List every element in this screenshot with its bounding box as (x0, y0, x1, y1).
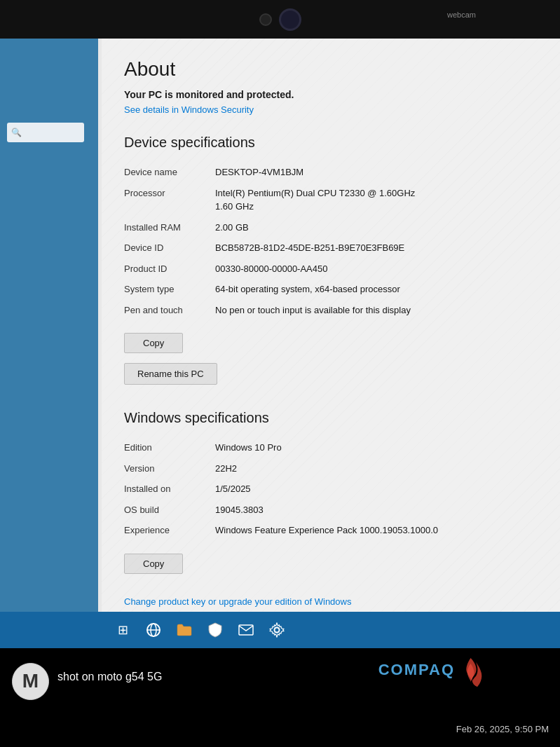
device-specs-title: Device specifications (124, 135, 538, 151)
shot-on-text: shot on moto g54 5G (57, 671, 162, 683)
spec-row-device-id: Device ID BCB5872B-81D2-45DE-B251-B9E70E… (124, 238, 538, 259)
security-link[interactable]: See details in Windows Security (124, 104, 538, 115)
spec-value-device-id: BCB5872B-81D2-45DE-B251-B9E70E3FB69E (215, 241, 538, 255)
svg-point-4 (275, 628, 280, 633)
windows-spec-table: Edition Windows 10 Pro Version 22H2 Inst… (124, 437, 538, 541)
spec-row-version: Version 22H2 (124, 458, 538, 479)
spec-label-ram: Installed RAM (124, 221, 215, 235)
spec-label-device-name: Device name (124, 165, 215, 179)
spec-label-product-id: Product ID (124, 262, 215, 276)
spec-row-experience: Experience Windows Feature Experience Pa… (124, 520, 538, 541)
spec-label-pen-touch: Pen and touch (124, 303, 215, 317)
spec-label-edition: Edition (124, 441, 215, 455)
taskbar-icon-settings[interactable] (266, 619, 287, 640)
phone-top-bar: webcam (0, 0, 560, 39)
spec-label-os-build: OS build (124, 503, 215, 517)
spec-label-processor: Processor (124, 186, 215, 214)
search-bar[interactable]: 🔍 (7, 123, 84, 142)
compaq-logo: COMPAQ (378, 661, 455, 679)
spec-label-experience: Experience (124, 523, 215, 537)
spec-value-installed-on: 1/5/2025 (215, 482, 538, 496)
camera-lens (279, 8, 301, 31)
copy-device-specs-button[interactable]: Copy (124, 333, 183, 353)
spec-row-os-build: OS build 19045.3803 (124, 500, 538, 521)
camera-hole (259, 13, 272, 26)
taskbar-icon-folder[interactable] (174, 619, 195, 640)
taskbar-icon-start[interactable]: ⊞ (112, 619, 133, 640)
spec-value-ram: 2.00 GB (215, 221, 538, 235)
taskbar-icon-mail[interactable] (235, 619, 257, 640)
datetime-text: Feb 26, 2025, 9:50 PM (456, 724, 549, 734)
page-title: About (124, 58, 538, 81)
copy-windows-specs-button[interactable]: Copy (124, 554, 183, 574)
camera-area (259, 8, 301, 31)
spec-row-ram: Installed RAM 2.00 GB (124, 217, 538, 238)
protection-text: Your PC is monitored and protected. (124, 89, 538, 100)
svg-rect-3 (239, 625, 253, 635)
windows-specs-title: Windows specifications (124, 410, 538, 426)
spec-row-product-id: Product ID 00330-80000-00000-AA450 (124, 259, 538, 280)
taskbar-icon-browser[interactable] (143, 619, 164, 640)
spec-row-processor: Processor Intel(R) Pentium(R) Dual CPU T… (124, 183, 538, 217)
motorola-logo: M (11, 662, 50, 701)
spec-label-device-id: Device ID (124, 241, 215, 255)
screen-area: 🔍 About Your PC is monitored and protect… (0, 39, 560, 648)
search-icon: 🔍 (11, 128, 22, 137)
flame-icon (458, 657, 483, 688)
win-taskbar: ⊞ (0, 612, 560, 648)
spec-value-product-id: 00330-80000-00000-AA450 (215, 262, 538, 276)
spec-label-version: Version (124, 462, 215, 476)
spec-row-device-name: Device name DESKTOP-4VM1BJM (124, 162, 538, 183)
svg-text:M: M (22, 670, 39, 692)
spec-row-installed-on: Installed on 1/5/2025 (124, 479, 538, 500)
spec-value-system-type: 64-bit operating system, x64-based proce… (215, 282, 538, 296)
device-spec-table: Device name DESKTOP-4VM1BJM Processor In… (124, 162, 538, 320)
spec-value-experience: Windows Feature Experience Pack 1000.190… (215, 523, 538, 537)
spec-value-os-build: 19045.3803 (215, 503, 538, 517)
spec-row-pen-touch: Pen and touch No pen or touch input is a… (124, 300, 538, 321)
webcam-label: webcam (447, 11, 476, 19)
spec-label-system-type: System type (124, 282, 215, 296)
spec-value-edition: Windows 10 Pro (215, 441, 538, 455)
spec-value-version: 22H2 (215, 462, 538, 476)
spec-row-system-type: System type 64-bit operating system, x64… (124, 279, 538, 300)
spec-value-processor: Intel(R) Pentium(R) Dual CPU T2330 @ 1.6… (215, 186, 538, 214)
about-content: About Your PC is monitored and protected… (102, 39, 560, 612)
spec-label-installed-on: Installed on (124, 482, 215, 496)
change-product-key-link[interactable]: Change product key or upgrade your editi… (124, 596, 538, 607)
win-sidebar: 🔍 (0, 39, 98, 648)
taskbar-icon-shield[interactable] (205, 619, 226, 640)
spec-value-device-name: DESKTOP-4VM1BJM (215, 165, 538, 179)
phone-bottom-bar: M shot on moto g54 5G COMPAQ Feb 26, 202… (0, 648, 560, 747)
rename-pc-button[interactable]: Rename this PC (124, 363, 217, 385)
spec-row-edition: Edition Windows 10 Pro (124, 437, 538, 458)
spec-value-pen-touch: No pen or touch input is available for t… (215, 303, 538, 317)
